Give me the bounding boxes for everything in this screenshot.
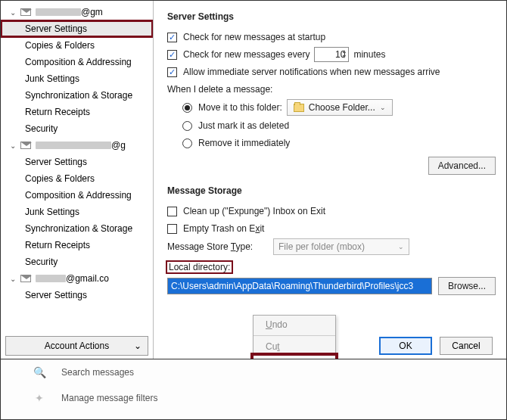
label: Move it to this folder: (198, 102, 282, 113)
chevron-down-icon: ⌄ (10, 275, 17, 283)
sidebar-item-composition[interactable]: Composition & Addressing (1, 187, 153, 204)
label: Search messages (61, 367, 134, 378)
account-actions-button[interactable]: Account Actions ⌄ (5, 336, 148, 356)
label: Allow immediate server notifications whe… (183, 67, 440, 77)
manage-filters-row[interactable]: ✦ Manage message filters (1, 385, 506, 411)
radio-unchecked-icon[interactable] (182, 121, 192, 131)
background-window: 🔍 Search messages ✦ Manage message filte… (1, 359, 506, 419)
checkbox-checked-icon[interactable]: ✓ (167, 33, 177, 42)
label: Message Store Type: (167, 241, 273, 252)
mail-icon (20, 8, 31, 16)
checkbox-checked-icon[interactable]: ✓ (167, 50, 177, 60)
radio-unchecked-icon[interactable] (182, 138, 192, 148)
folder-icon (294, 104, 304, 112)
account-suffix: @gmail.co (66, 273, 109, 284)
context-undo[interactable]: Undo (254, 316, 335, 334)
checkbox-unchecked-icon[interactable] (167, 207, 177, 216)
clean-row[interactable]: Clean up ("Expunge") Inbox on Exit (167, 204, 496, 219)
account-settings-dialog: ⌄ @gm Server Settings Copies & Folders C… (0, 0, 507, 420)
choose-folder-button[interactable]: Choose Folder... ⌄ (287, 99, 393, 116)
local-dir-label-row: Local directory: (167, 260, 496, 275)
local-directory-label: Local directory: (167, 262, 232, 272)
sidebar-item-sync[interactable]: Synchronization & Storage (1, 220, 153, 237)
server-settings-heading: Server Settings (167, 11, 496, 22)
browse-button[interactable]: Browse... (438, 277, 496, 295)
mail-icon (20, 275, 31, 282)
advanced-button[interactable]: Advanced... (428, 157, 496, 175)
chevron-down-icon: ⌄ (10, 8, 17, 17)
label: Check for new messages every (183, 49, 309, 60)
check-interval-input[interactable]: 10 ▲▼ (314, 47, 349, 62)
search-icon: 🔍 (31, 366, 48, 378)
radio-checked-icon[interactable] (182, 103, 192, 113)
label: minutes (353, 49, 385, 60)
account-suffix: @gm (81, 7, 103, 17)
filter-icon: ✦ (31, 392, 48, 404)
message-storage-heading: Message Storage (167, 185, 496, 196)
sidebar-item-receipts[interactable]: Return Receipts (1, 104, 153, 120)
empty-trash-row[interactable]: Empty Trash on Exit (167, 221, 496, 236)
sidebar-item-server-settings[interactable]: Server Settings (1, 154, 153, 170)
account-tree: ⌄ @gm Server Settings Copies & Folders C… (1, 1, 153, 331)
separator (254, 335, 335, 336)
label: Clean up ("Expunge") Inbox on Exit (183, 206, 325, 216)
label: Just mark it as deleted (198, 120, 289, 131)
mail-icon (20, 142, 31, 149)
checkbox-unchecked-icon[interactable] (167, 224, 177, 234)
delete-label: When I delete a message: (167, 82, 496, 97)
radio-move-row[interactable]: Move it to this folder: Choose Folder...… (182, 99, 496, 116)
search-messages-row[interactable]: 🔍 Search messages (1, 359, 506, 385)
chevron-down-icon: ⌄ (134, 341, 142, 351)
sidebar-item-server-settings[interactable]: Server Settings (1, 287, 153, 303)
label: Remove it immediately (198, 138, 290, 148)
sidebar-item-sync[interactable]: Synchronization & Storage (1, 87, 153, 104)
label: Manage message filters (61, 393, 157, 403)
radio-mark-row[interactable]: Just mark it as deleted (182, 118, 496, 133)
sidebar-item-composition[interactable]: Composition & Addressing (1, 54, 153, 70)
account-actions-label: Account Actions (45, 341, 109, 351)
redacted (36, 275, 66, 282)
main-area: ⌄ @gm Server Settings Copies & Folders C… (1, 1, 506, 360)
local-dir-row: C:\Users\admin\AppData\Roaming\Thunderbi… (167, 277, 496, 295)
label: Empty Trash on Exit (183, 223, 264, 234)
sidebar-item-junk[interactable]: Junk Settings (1, 204, 153, 220)
sidebar-item-junk[interactable]: Junk Settings (1, 70, 153, 87)
chevron-down-icon: ⌄ (380, 104, 386, 111)
account-suffix: @g (111, 140, 126, 151)
ok-button[interactable]: OK (379, 337, 432, 355)
label: Check for new messages at startup (183, 32, 325, 42)
redacted (36, 8, 81, 16)
context-cut[interactable]: Cut (254, 338, 335, 356)
sidebar-item-security[interactable]: Security (1, 254, 153, 270)
sidebar-item-security[interactable]: Security (1, 120, 153, 137)
spinner-arrows-icon[interactable]: ▲▼ (341, 48, 347, 59)
dialog-buttons: OK Cancel (379, 337, 493, 355)
sidebar: ⌄ @gm Server Settings Copies & Folders C… (1, 1, 154, 360)
chevron-down-icon: ⌄ (398, 243, 404, 250)
sidebar-item-copies-folders[interactable]: Copies & Folders (1, 37, 153, 54)
checkbox-checked-icon[interactable]: ✓ (167, 67, 177, 77)
cancel-button[interactable]: Cancel (440, 337, 493, 355)
account-1[interactable]: ⌄ @gm (1, 4, 153, 20)
sidebar-item-server-settings[interactable]: Server Settings (1, 20, 153, 37)
content-pane: Server Settings ✓ Check for new messages… (154, 1, 506, 360)
sidebar-item-copies-folders[interactable]: Copies & Folders (1, 170, 153, 187)
redacted (36, 142, 111, 149)
radio-remove-row[interactable]: Remove it immediately (182, 135, 496, 151)
chevron-down-icon: ⌄ (10, 142, 17, 150)
sidebar-item-receipts[interactable]: Return Receipts (1, 237, 153, 254)
allow-notify-row[interactable]: ✓ Allow immediate server notifications w… (167, 64, 496, 79)
store-type-row: Message Store Type: File per folder (mbo… (167, 238, 496, 255)
local-directory-input[interactable]: C:\Users\admin\AppData\Roaming\Thunderbi… (167, 278, 432, 294)
account-2[interactable]: ⌄ @g (1, 137, 153, 154)
store-type-select[interactable]: File per folder (mbox) ⌄ (273, 238, 409, 255)
account-3[interactable]: ⌄ @gmail.co (1, 270, 153, 287)
check-every-row: ✓ Check for new messages every 10 ▲▼ min… (167, 47, 496, 62)
check-startup-row[interactable]: ✓ Check for new messages at startup (167, 30, 496, 45)
